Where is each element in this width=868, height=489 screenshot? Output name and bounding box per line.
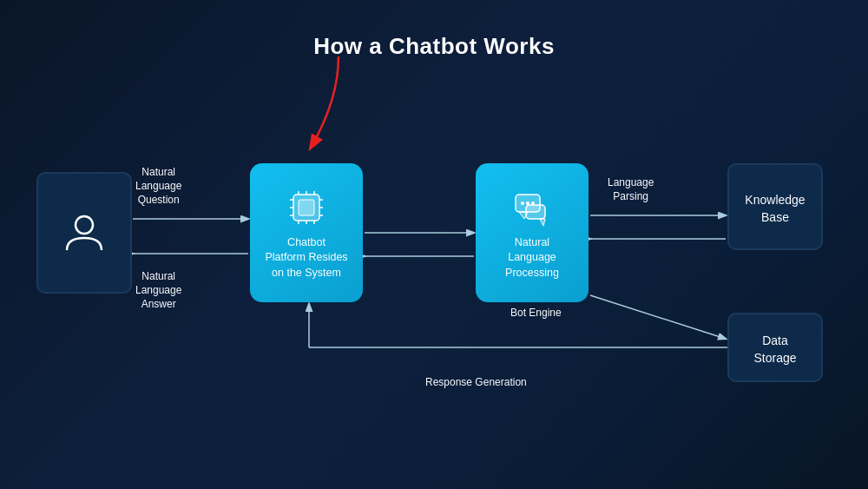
svg-point-30 xyxy=(531,202,535,205)
chatbot-box-label: Chatbot Platform Resides on the System xyxy=(265,235,347,281)
page-title: How a Chatbot Works xyxy=(313,33,555,60)
knowledge-box-label: Knowledge Base xyxy=(745,192,805,226)
be-label: Bot Engine xyxy=(510,306,562,320)
svg-point-29 xyxy=(526,202,529,205)
nlp-box: Natural Language Processing xyxy=(476,163,589,302)
svg-rect-26 xyxy=(526,205,545,219)
nlp-box-label: Natural Language Processing xyxy=(505,235,559,281)
svg-point-9 xyxy=(76,216,93,234)
user-box xyxy=(36,172,132,294)
svg-rect-11 xyxy=(299,200,314,215)
chatbot-icon xyxy=(284,185,329,230)
svg-line-8 xyxy=(590,295,726,339)
red-arrow-indicator xyxy=(269,48,373,169)
nla-label: Natural Language Answer xyxy=(135,269,181,312)
chatbot-box: Chatbot Platform Resides on the System xyxy=(250,163,363,302)
lp-label: Language Parsing xyxy=(608,175,654,203)
nlp-icon xyxy=(510,185,555,230)
user-icon xyxy=(62,210,107,255)
svg-point-28 xyxy=(521,202,524,205)
data-storage-box: Data Storage xyxy=(727,313,823,382)
nlq-label: Natural Language Question xyxy=(135,165,181,208)
diagram-container: How a Chatbot Works xyxy=(0,0,868,489)
rg-label: Response Generation xyxy=(425,375,527,389)
knowledge-box: Knowledge Base xyxy=(727,163,823,250)
svg-marker-27 xyxy=(540,219,545,226)
data-storage-label: Data Storage xyxy=(753,333,796,367)
